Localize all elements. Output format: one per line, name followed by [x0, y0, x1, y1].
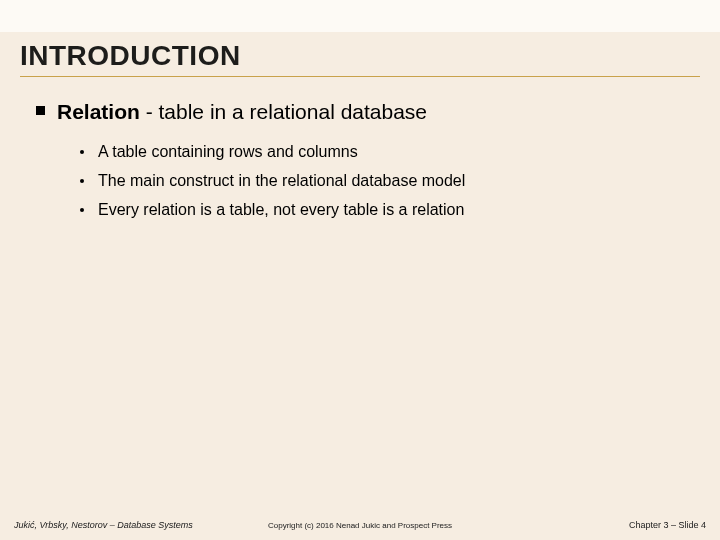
- sub-bullet-text: The main construct in the relational dat…: [98, 169, 465, 194]
- main-bullet: Relation - table in a relational databas…: [36, 98, 690, 126]
- top-band: [0, 0, 720, 32]
- main-bullet-def: table in a relational database: [159, 100, 428, 123]
- sub-bullet-list: A table containing rows and columns The …: [80, 140, 690, 222]
- main-bullet-text: Relation - table in a relational databas…: [57, 98, 427, 126]
- main-bullet-term: Relation: [57, 100, 140, 123]
- slide-footer: Jukić, Vrbsky, Nestorov – Database Syste…: [0, 520, 720, 530]
- dot-bullet-icon: [80, 208, 84, 212]
- sub-bullet-text: A table containing rows and columns: [98, 140, 358, 165]
- slide-heading: INTRODUCTION: [20, 40, 700, 74]
- sub-bullet-text: Every relation is a table, not every tab…: [98, 198, 464, 223]
- sub-bullet-item: The main construct in the relational dat…: [80, 169, 690, 194]
- sub-bullet-item: Every relation is a table, not every tab…: [80, 198, 690, 223]
- heading-area: INTRODUCTION: [20, 40, 700, 77]
- heading-underline: [20, 76, 700, 77]
- main-bullet-sep: -: [140, 100, 159, 123]
- sub-bullet-item: A table containing rows and columns: [80, 140, 690, 165]
- dot-bullet-icon: [80, 150, 84, 154]
- footer-copyright: Copyright (c) 2016 Nenad Jukic and Prosp…: [268, 521, 452, 530]
- footer-slide-number: Chapter 3 – Slide 4: [629, 520, 706, 530]
- footer-authors: Jukić, Vrbsky, Nestorov – Database Syste…: [14, 520, 193, 530]
- dot-bullet-icon: [80, 179, 84, 183]
- square-bullet-icon: [36, 106, 45, 115]
- slide-content: Relation - table in a relational databas…: [36, 98, 690, 227]
